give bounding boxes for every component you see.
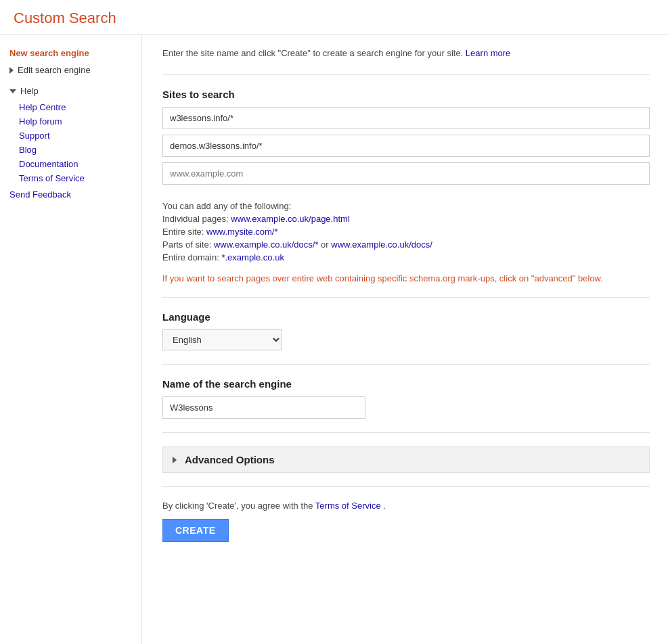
app: Custom Search New search engine Edit sea… xyxy=(0,0,670,644)
sidebar-item-blog[interactable]: Blog xyxy=(19,143,141,157)
hint-parts: Parts of site: www.example.co.uk/docs/* … xyxy=(162,239,650,250)
site-input-3[interactable] xyxy=(162,162,650,185)
hint-link-parts-2[interactable]: www.example.co.uk/docs/ xyxy=(331,239,432,250)
sidebar-item-new-search-engine[interactable]: New search engine xyxy=(9,45,141,62)
divider-4 xyxy=(162,432,650,433)
arrow-down-icon xyxy=(9,89,16,93)
app-body: New search engine Edit search engine Hel… xyxy=(0,34,670,644)
help-sub-items: Help Centre Help forum Support Blog Docu… xyxy=(9,100,141,185)
hint-domain: Entire domain: *.example.co.uk xyxy=(162,252,650,262)
tos-link[interactable]: Terms of Service xyxy=(315,501,381,511)
language-select[interactable]: English French German Spanish Italian Po… xyxy=(162,329,282,350)
hint-individual: Individual pages: www.example.co.uk/page… xyxy=(162,214,650,224)
site-input-2[interactable] xyxy=(162,135,650,157)
sites-section-label: Sites to search xyxy=(162,89,650,100)
sidebar-item-help-centre[interactable]: Help Centre xyxy=(19,100,141,114)
hint-link-individual[interactable]: www.example.co.uk/page.html xyxy=(231,214,350,224)
hint-link-entire-site[interactable]: www.mysite.com/* xyxy=(206,227,277,237)
sidebar-item-edit-search-engine[interactable]: Edit search engine xyxy=(9,62,141,78)
hint-entire-site: Entire site: www.mysite.com/* xyxy=(162,227,650,237)
learn-more-link[interactable]: Learn more xyxy=(466,48,510,58)
language-label: Language xyxy=(162,311,650,323)
sidebar-item-terms-of-service[interactable]: Terms of Service xyxy=(19,171,141,185)
hint-link-domain[interactable]: *.example.co.uk xyxy=(221,252,284,262)
sidebar: New search engine Edit search engine Hel… xyxy=(0,34,142,644)
create-button[interactable]: CREATE xyxy=(162,519,229,542)
advanced-arrow-icon xyxy=(173,457,177,463)
divider-1 xyxy=(162,74,650,75)
divider-2 xyxy=(162,297,650,298)
intro-text: Enter the site name and click "Create" t… xyxy=(162,48,650,58)
main-content: Enter the site name and click "Create" t… xyxy=(142,34,670,644)
sidebar-item-support[interactable]: Support xyxy=(19,129,141,143)
advanced-options-label: Advanced Options xyxy=(185,454,275,465)
tos-text: By clicking 'Create', you agree with the… xyxy=(162,501,650,511)
engine-name-input[interactable] xyxy=(162,396,365,419)
divider-5 xyxy=(162,486,650,487)
app-header: Custom Search xyxy=(0,0,670,34)
hints-block: You can add any of the following: Indivi… xyxy=(162,201,650,262)
arrow-right-icon xyxy=(9,67,14,74)
site-input-1[interactable] xyxy=(162,107,650,129)
sidebar-item-help-forum[interactable]: Help forum xyxy=(19,114,141,129)
sidebar-item-help[interactable]: Help xyxy=(9,83,141,99)
schema-notice: If you want to search pages over entire … xyxy=(162,273,650,283)
divider-3 xyxy=(162,364,650,365)
advanced-options-bar[interactable]: Advanced Options xyxy=(162,446,650,473)
hints-intro: You can add any of the following: xyxy=(162,201,650,211)
app-title: Custom Search xyxy=(14,9,656,27)
sidebar-item-documentation[interactable]: Documentation xyxy=(19,157,141,171)
engine-name-label: Name of the search engine xyxy=(162,378,650,390)
hint-link-parts-1[interactable]: www.example.co.uk/docs/* xyxy=(214,239,319,250)
sidebar-item-send-feedback[interactable]: Send Feedback xyxy=(9,185,141,202)
